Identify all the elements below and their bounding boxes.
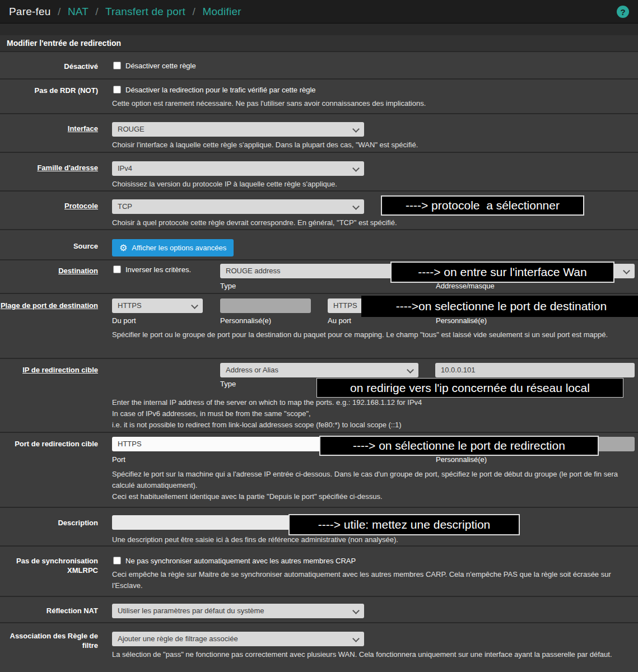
breadcrumb-separator: / [58, 6, 60, 17]
no-xmlrpc-help: Ceci empêche la règle sur Maitre de se s… [112, 569, 633, 591]
redirect-port-help-2: Ceci est habituellement identique avec l… [112, 491, 636, 502]
field-label-no-xmlrpc: Pas de synchronisation XMLRPC [0, 556, 98, 575]
filter-rule-assoc-select[interactable]: Ajouter une règle de filtrage associée [112, 632, 364, 646]
row-destination: Destination Inverser les critères. ROUGE… [0, 260, 638, 294]
filter-rule-assoc-help: La sélection de "pass" ne fonctionne pas… [112, 649, 633, 660]
invert-match-checkbox[interactable] [113, 265, 121, 273]
field-label-redirect-port: Port de redirection cible [0, 439, 98, 449]
dest-port-range-help: Spécifier le port ou le groupe de port p… [112, 329, 619, 340]
annotation-destination: ----> on entre sur l'interface Wan [390, 262, 614, 283]
row-redirect-ip: IP de redirection cible Address or Alias… [0, 359, 638, 433]
no-xmlrpc-checkbox[interactable] [113, 557, 121, 564]
dest-port-from-custom-input[interactable] [220, 298, 311, 313]
field-label-description: Description [0, 518, 98, 528]
row-source: Source ⚙ Afficher les options avancées [0, 230, 638, 260]
row-nat-reflection: Réflection NAT Utiliser les paramètres p… [0, 597, 638, 623]
annotation-redirect-port: ----> on sélectionne le port de redirect… [319, 436, 599, 456]
row-disabled: Désactivé Désactiver cette règle [0, 52, 638, 80]
disable-rule-checkbox[interactable] [113, 62, 121, 69]
annotation-dest-port: ---->on selectionne le port de destinati… [361, 296, 638, 317]
help-icon[interactable]: ? [617, 6, 629, 18]
redirect-ip-help-2: In case of IPv6 addresses, in must be fr… [112, 408, 636, 419]
breadcrumb-separator: / [95, 6, 98, 17]
gear-icon: ⚙ [119, 244, 127, 253]
dest-port-from-select[interactable]: HTTPS [112, 298, 203, 313]
dest-port-custom-caption-2: Personnalisé(e) [436, 316, 487, 325]
redirect-port-caption: Port [112, 455, 125, 464]
description-help: Une description peut être saisie ici à d… [112, 534, 636, 545]
page-spacer [0, 23, 638, 35]
annotation-description: ----> utile: mettez une description [288, 514, 520, 535]
row-filter-rule-assoc: Association des Règle de filtre Ajouter … [0, 623, 638, 672]
dest-port-custom-caption-1: Personnalisé(e) [220, 316, 271, 325]
breadcrumb-edit-link[interactable]: Modifier [203, 6, 241, 17]
nat-reflection-select[interactable]: Utiliser les paramètres par défaut du sy… [112, 604, 364, 618]
no-rdr-checkbox-label: Désactiver la redirection pour le trafic… [125, 86, 316, 95]
row-dest-port-range: Plage de port de destination HTTPS HTTPS… [0, 294, 638, 359]
redirect-ip-input[interactable]: 10.0.0.101 [435, 363, 635, 377]
row-no-xmlrpc: Pas de synchronisation XMLRPC Ne pas syn… [0, 547, 638, 597]
address-family-select[interactable]: IPv4 [112, 161, 364, 176]
breadcrumb-firewall: Pare-feu [9, 6, 50, 17]
field-label-interface: Interface [0, 124, 98, 133]
destination-type-caption: Type [220, 282, 236, 290]
redirect-ip-type-select[interactable]: Address or Alias [220, 363, 418, 377]
no-rdr-help: Cette option est rarement nécessaire. Ne… [112, 98, 636, 109]
breadcrumb-nat-link[interactable]: NAT [68, 6, 89, 17]
field-label-protocol: Protocole [0, 201, 98, 211]
field-label-disabled: Désactivé [0, 62, 98, 71]
redirect-port-help-1: Spécifiez le port sur la machine qui a l… [112, 469, 636, 491]
protocol-select[interactable]: TCP [112, 199, 364, 214]
dest-port-from-caption: Du port [112, 316, 136, 325]
pfsense-nat-edit-page: Pare-feu / NAT / Transfert de port / Mod… [0, 0, 638, 672]
invert-match-checkbox-label: Inverser les critères. [125, 265, 191, 274]
interface-select[interactable]: ROUGE [112, 122, 364, 137]
interface-help: Choisir l'interface à laquelle cette règ… [112, 139, 636, 151]
top-navbar: Pare-feu / NAT / Transfert de port / Mod… [0, 0, 638, 23]
row-protocol: Protocole TCP ----> protocole a sélectio… [0, 192, 638, 230]
annotation-redirect-ip: on redirige vers l'ip concernée du résea… [316, 378, 623, 398]
protocol-help: Choisir à quel protocole cette règle dev… [112, 217, 636, 228]
show-advanced-options-label: Afficher les options avancées [132, 244, 226, 252]
no-xmlrpc-checkbox-label: Ne pas synchroniser automatiquement avec… [125, 557, 356, 566]
disable-rule-checkbox-label: Désactiver cette règle [125, 62, 196, 71]
dest-port-to-caption: Au port [328, 316, 351, 325]
field-label-redirect-ip: IP de redirection cible [0, 365, 98, 375]
field-label-source: Source [0, 241, 98, 251]
redirect-ip-type-caption: Type [220, 380, 236, 388]
field-label-filter-rule-assoc: Association des Règle de filtre [0, 631, 98, 650]
breadcrumb: Pare-feu / NAT / Transfert de port / Mod… [9, 6, 241, 18]
field-label-dest-port-range: Plage de port de destination [0, 301, 98, 310]
row-address-family: Famille d'adresse IPv4 Choisissez la ver… [0, 153, 638, 192]
redirect-ip-help-1: Enter the internal IP address of the ser… [112, 397, 636, 408]
breadcrumb-port-forward-link[interactable]: Transfert de port [105, 6, 185, 17]
destination-mask-caption: Addresse/masque [436, 282, 495, 290]
address-family-help: Choisissez la version du protocole IP à … [112, 179, 636, 190]
field-label-address-family: Famille d'adresse [0, 163, 98, 172]
field-label-no-rdr: Pas de RDR (NOT) [0, 86, 98, 95]
breadcrumb-separator: / [193, 6, 195, 17]
panel-title: Modifier l'entrée de redirection [0, 35, 638, 52]
annotation-protocol: ----> protocole a sélectionner [381, 195, 584, 216]
no-rdr-checkbox[interactable] [113, 86, 121, 94]
field-label-destination: Destination [0, 266, 98, 276]
show-advanced-options-button[interactable]: ⚙ Afficher les options avancées [112, 239, 234, 256]
row-no-rdr: Pas de RDR (NOT) Désactiver la redirecti… [0, 80, 638, 114]
row-redirect-port: Port de redirection cible HTTPS Port Per… [0, 433, 638, 508]
field-label-nat-reflection: Réflection NAT [0, 606, 98, 615]
redirect-ip-help-3: i.e. it is not possible to redirect from… [112, 419, 636, 431]
row-interface: Interface ROUGE Choisir l'interface à la… [0, 114, 638, 153]
row-description: Description ----> utile: mettez une desc… [0, 508, 638, 547]
redirect-port-custom-caption: Personnalisé(e) [436, 455, 487, 464]
